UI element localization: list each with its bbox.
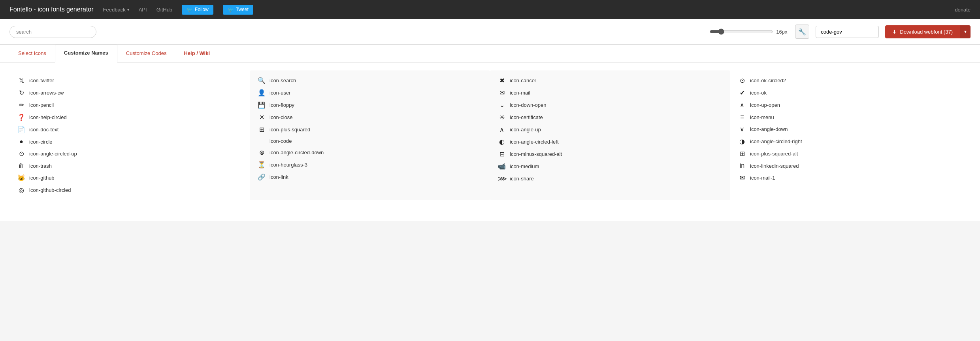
- main-content: 𝕏icon-twitter↻icon-arrows-cw✏icon-pencil…: [0, 63, 980, 221]
- list-item[interactable]: ✏icon-pencil: [16, 99, 243, 111]
- icon-label: icon-close: [270, 114, 293, 120]
- list-item[interactable]: 🔍icon-search: [256, 74, 484, 87]
- icon-glyph: 🔍: [258, 77, 266, 84]
- list-item[interactable]: ✉icon-mail-1: [737, 172, 964, 184]
- icon-label: icon-angle-circled-right: [750, 138, 802, 144]
- toolbar: 16px 🔧 ⬇ Download webfont (37) ▾: [0, 19, 980, 45]
- icon-label: icon-medium: [510, 163, 539, 169]
- icon-glyph: ❓: [17, 114, 25, 121]
- icon-glyph: ⊞: [738, 150, 746, 157]
- download-dropdown-button[interactable]: ▾: [960, 25, 971, 38]
- download-button-wrap: ⬇ Download webfont (37) ▾: [885, 25, 971, 38]
- list-item[interactable]: 🗑icon-trash: [16, 160, 243, 172]
- list-item[interactable]: ∧icon-up-open: [737, 99, 964, 111]
- github-link[interactable]: GitHub: [156, 7, 172, 13]
- icon-label: icon-floppy: [270, 102, 294, 108]
- list-item[interactable]: ⏳icon-hourglass-3: [256, 159, 484, 171]
- tabs-bar: Select Icons Customize Names Customize C…: [0, 45, 980, 63]
- icon-glyph: ⊙: [17, 150, 25, 157]
- list-item[interactable]: ⊞icon-plus-squared-alt: [737, 148, 964, 160]
- icon-label: icon-angle-up: [510, 127, 541, 133]
- twitter-bird-icon: 🐦: [187, 7, 193, 13]
- size-slider-wrap: 16px: [710, 28, 789, 35]
- icon-glyph: ◐: [498, 138, 506, 146]
- list-item[interactable]: 🔗icon-link: [256, 171, 484, 183]
- list-item[interactable]: ⊟icon-minus-squared-alt: [496, 148, 724, 160]
- icon-glyph: ✖: [498, 77, 506, 84]
- list-item[interactable]: ❓icon-help-circled: [16, 111, 243, 123]
- list-item[interactable]: ⌄icon-down-open: [496, 99, 724, 111]
- list-item[interactable]: 🐱icon-github: [16, 172, 243, 184]
- list-item[interactable]: ◑icon-angle-circled-right: [737, 135, 964, 148]
- follow-button[interactable]: 🐦 Follow: [182, 5, 213, 15]
- font-name-input[interactable]: [816, 26, 879, 38]
- list-item[interactable]: ⊙icon-ok-circled2: [737, 74, 964, 87]
- icon-glyph: ∧: [498, 126, 506, 133]
- icon-label: icon-code: [270, 138, 292, 144]
- icon-glyph: 📄: [17, 126, 25, 133]
- list-item[interactable]: ↻icon-arrows-cw: [16, 87, 243, 99]
- icon-glyph: ⊟: [498, 150, 506, 158]
- icon-glyph: 🐱: [17, 174, 25, 182]
- list-item[interactable]: 💾icon-floppy: [256, 99, 484, 111]
- list-item[interactable]: ●icon-circle: [16, 136, 243, 148]
- list-item[interactable]: ∨icon-angle-down: [737, 123, 964, 135]
- size-slider[interactable]: [710, 28, 773, 35]
- list-item[interactable]: ⊞icon-plus-squared: [256, 123, 484, 136]
- tab-customize-codes[interactable]: Customize Codes: [117, 45, 175, 63]
- list-item[interactable]: inicon-linkedin-squared: [737, 160, 964, 172]
- list-item[interactable]: ✔icon-ok: [737, 87, 964, 99]
- tweet-button[interactable]: 🐦 Tweet: [223, 5, 253, 15]
- icon-label: icon-link: [270, 174, 288, 180]
- icon-label: icon-share: [510, 176, 534, 182]
- list-item[interactable]: icon-code: [256, 136, 484, 146]
- list-item[interactable]: ✉icon-mail: [496, 87, 724, 99]
- list-item[interactable]: ◐icon-angle-circled-left: [496, 136, 724, 148]
- donate-link[interactable]: donate: [955, 7, 971, 13]
- download-button[interactable]: ⬇ Download webfont (37): [885, 25, 960, 38]
- icon-label: icon-arrows-cw: [29, 90, 64, 96]
- icons-grid: 𝕏icon-twitter↻icon-arrows-cw✏icon-pencil…: [9, 70, 971, 200]
- icon-glyph: ◎: [17, 186, 25, 194]
- icon-glyph: ⋙: [498, 175, 506, 182]
- feedback-menu[interactable]: Feedback ▾: [103, 7, 129, 13]
- icon-glyph: ⊗: [258, 149, 266, 156]
- icons-column-1: 𝕏icon-twitter↻icon-arrows-cw✏icon-pencil…: [9, 70, 250, 200]
- list-item[interactable]: ⊙icon-angle-circled-up: [16, 148, 243, 160]
- list-item[interactable]: ⋙icon-share: [496, 172, 724, 185]
- list-item[interactable]: 👤icon-user: [256, 87, 484, 99]
- api-link[interactable]: API: [139, 7, 147, 13]
- settings-button[interactable]: 🔧: [795, 25, 809, 39]
- list-item[interactable]: ✳icon-certificate: [496, 111, 724, 123]
- list-item[interactable]: ✕icon-close: [256, 111, 484, 123]
- list-item[interactable]: 📹icon-medium: [496, 160, 724, 172]
- list-item[interactable]: ∧icon-angle-up: [496, 123, 724, 136]
- icon-label: icon-github-circled: [29, 187, 71, 193]
- icon-label: icon-minus-squared-alt: [510, 151, 562, 157]
- tab-customize-names[interactable]: Customize Names: [55, 44, 117, 63]
- list-item[interactable]: 📄icon-doc-text: [16, 123, 243, 136]
- list-item[interactable]: ✖icon-cancel: [496, 74, 724, 87]
- icon-glyph: 📹: [498, 163, 506, 170]
- icon-glyph: ∧: [738, 101, 746, 109]
- icon-glyph: ⌄: [498, 101, 506, 109]
- icons-column-4: ⊙icon-ok-circled2✔icon-ok∧icon-up-open≡i…: [730, 70, 971, 200]
- icon-glyph: ●: [17, 138, 25, 145]
- list-item[interactable]: ≡icon-menu: [737, 111, 964, 123]
- tab-select-icons[interactable]: Select Icons: [9, 45, 55, 63]
- icon-label: icon-circle: [29, 139, 53, 145]
- icon-glyph: ≡: [738, 114, 746, 121]
- tab-help-wiki[interactable]: Help / Wiki: [175, 45, 219, 63]
- icon-label: icon-trash: [29, 163, 52, 169]
- list-item[interactable]: ⊗icon-angle-circled-down: [256, 146, 484, 159]
- feedback-chevron-icon: ▾: [127, 8, 129, 12]
- list-item[interactable]: 𝕏icon-twitter: [16, 74, 243, 87]
- icon-label: icon-certificate: [510, 114, 543, 120]
- icon-glyph: ⊙: [738, 77, 746, 84]
- search-input[interactable]: [9, 26, 96, 38]
- list-item[interactable]: ◎icon-github-circled: [16, 184, 243, 196]
- follow-label: Follow: [195, 7, 209, 12]
- icon-label: icon-pencil: [29, 102, 54, 108]
- icon-label: icon-angle-circled-up: [29, 151, 77, 157]
- icon-label: icon-mail-1: [750, 175, 775, 181]
